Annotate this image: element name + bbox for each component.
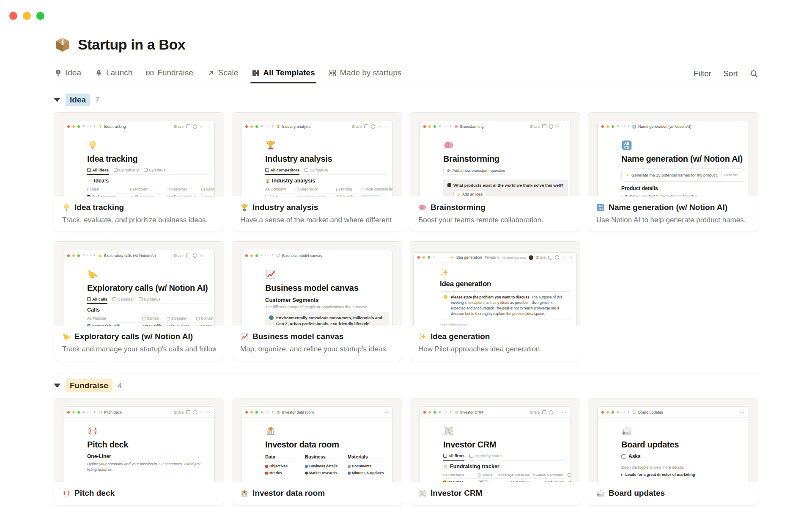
clock-icon: [193, 254, 197, 258]
lightbulb-emoji: [62, 203, 71, 212]
trophy-emoji: [276, 124, 280, 129]
card-footer: Exploratory calls (w/ Notion AI) Track a…: [54, 326, 224, 361]
comment-icon: [548, 256, 552, 260]
money-wings-emoji: [443, 464, 448, 469]
mini-browser-chrome: ≡‹ ›+ Brainstorming Share☆···: [420, 121, 571, 132]
tab-idea[interactable]: Idea: [54, 64, 82, 83]
card-business-model-canvas[interactable]: ≡‹ ›+ Business model canvas ··· Business…: [232, 241, 402, 361]
card-footer: Investor CRM: [410, 482, 580, 505]
more-icon: ···: [562, 410, 567, 414]
status-tag: Won: [478, 480, 488, 482]
template-thumbnail: ≡‹ ›+ Idea tracking Share☆··· Idea track…: [54, 113, 224, 196]
more-icon: ···: [206, 254, 211, 258]
search-icon[interactable]: [750, 69, 758, 78]
sparkles-emoji: [87, 179, 92, 183]
collapse-triangle-icon[interactable]: [54, 384, 60, 388]
card-industry-analysis[interactable]: ≡‹ ›+ Industry analysis Share☆··· Indust…: [232, 112, 402, 232]
trophy-emoji: [240, 203, 249, 212]
section-pill-idea[interactable]: Idea: [66, 94, 90, 106]
lightbulb-emoji: [457, 193, 461, 196]
more-icon: ···: [206, 410, 211, 414]
card-idea-tracking[interactable]: ≡‹ ›+ Idea tracking Share☆··· Idea track…: [54, 112, 224, 232]
more-icon: ···: [384, 410, 389, 414]
tab-scale[interactable]: Scale: [206, 64, 239, 83]
template-thumbnail: ≡‹ ›+ Industry analysis Share☆··· Indust…: [232, 113, 402, 196]
filter-button[interactable]: Filter: [694, 69, 711, 78]
card-investor-crm[interactable]: ≡‹ ›+ Investor CRM Share☆··· Investor CR…: [410, 398, 580, 505]
clock-icon: [193, 124, 197, 129]
mini-browser-chrome: ≡‹ ›+ Investor data room ···: [241, 407, 392, 418]
trophy-emoji: [265, 140, 276, 151]
comment-icon: [186, 254, 190, 257]
money-wings-emoji: [454, 410, 458, 414]
template-thumbnail: ≡‹ ›+ Pitch deck Share☆··· Pitch deck On…: [54, 398, 224, 482]
card-investor-data-room[interactable]: ≡‹ ›+ Investor data room ··· Investor da…: [232, 398, 402, 505]
section-pill-fundraise[interactable]: Fundraise: [66, 379, 112, 392]
card-board-updates[interactable]: ≡‹ ›+ Board updates ··· Board updates As…: [588, 398, 758, 505]
close-window-button[interactable]: [9, 12, 17, 20]
more-icon: ···: [740, 124, 745, 129]
zoom-window-button[interactable]: [36, 12, 44, 20]
view-actions: Filter Sort: [694, 69, 758, 78]
tab-all-templates[interactable]: All Templates: [251, 64, 315, 83]
bank-emoji: [240, 489, 249, 497]
bank-emoji: [276, 410, 280, 414]
comment-icon: [542, 124, 546, 128]
speech-bubble-icon: [621, 454, 626, 459]
lightbulb-emoji: [98, 124, 102, 129]
window-controls: [9, 12, 44, 20]
chart-up-emoji: [265, 269, 276, 280]
page-title: Startup in a Box: [54, 0, 758, 53]
template-thumbnail: ≡‹ ›+ Investor CRM Share☆··· Investor CR…: [410, 398, 580, 482]
brain-emoji: [418, 203, 427, 212]
card-footer: Brainstorming Boost your teams remote co…: [410, 196, 580, 232]
mini-browser-chrome: ≡‹ ›+ Board updates ···: [598, 407, 749, 418]
edited-label: Edited just now: [503, 256, 526, 260]
card-exploratory-calls[interactable]: ≡‹ ›+ Exploratory calls (w/ Notion AI) S…: [54, 241, 224, 361]
sparkles-emoji: [418, 332, 427, 341]
star-icon: ☆: [562, 255, 565, 260]
card-footer: Idea tracking Track, evaluate, and prior…: [54, 196, 224, 232]
app-window: Startup in a Box Idea Launch Fundraise S…: [0, 0, 812, 508]
star-icon: ☆: [200, 124, 203, 129]
star-icon: ☆: [556, 410, 559, 414]
lightbulb-icon: [54, 69, 62, 77]
comment-icon: [542, 410, 546, 414]
comment-icon: [186, 410, 190, 414]
card-footer: Investor data room: [232, 482, 402, 505]
star-icon: ☆: [200, 254, 203, 258]
minimize-window-button[interactable]: [23, 12, 31, 20]
star-icon: ☆: [378, 124, 381, 129]
money-wings-emoji: [418, 489, 427, 497]
card-brainstorming[interactable]: ≡‹ ›+ Brainstorming Share☆··· Brainstorm…: [410, 112, 580, 232]
navigation-tag: Navigation: [361, 195, 380, 196]
envelope-emoji: [596, 489, 605, 497]
section-count: 7: [95, 95, 100, 105]
card-footer: Pitch deck: [54, 482, 224, 505]
baseball-emoji: [87, 425, 98, 436]
tab-launch[interactable]: Launch: [94, 64, 133, 83]
sparkles-emoji: [625, 173, 629, 177]
card-pitch-deck[interactable]: ≡‹ ›+ Pitch deck Share☆··· Pitch deck On…: [54, 398, 224, 505]
template-grid-idea: ≡‹ ›+ Idea tracking Share☆··· Idea track…: [54, 112, 758, 361]
card-footer: Industry analysis Have a sense of the ma…: [232, 196, 402, 232]
clock-icon: [555, 255, 559, 260]
card-name-generation[interactable]: ≡‹ ›+ Name generation (w/ Notion AI) ···…: [588, 112, 758, 232]
clock-icon: [371, 124, 375, 129]
collapse-triangle-icon[interactable]: [54, 98, 60, 102]
mini-browser-chrome: ≡‹ ›+ Industry analysis Share☆···: [241, 121, 392, 132]
mini-browser-chrome: ≡‹ ›+ Pitch deck Share☆···: [63, 407, 214, 418]
mini-browser-chrome: ≡‹ ›+ Business model canvas ···: [241, 250, 392, 261]
clock-icon: [549, 410, 553, 414]
chart-up-emoji: [240, 332, 249, 341]
tab-fundraise[interactable]: Fundraise: [145, 64, 194, 83]
comment-icon: [186, 124, 190, 128]
sort-button[interactable]: Sort: [723, 69, 738, 78]
brain-emoji: [443, 140, 454, 151]
mini-browser-chrome: ≡‹ ›+ Investor CRM Share☆···: [420, 407, 571, 418]
tab-made-by-startups[interactable]: Made by startups: [328, 64, 402, 83]
card-idea-generation[interactable]: ≡←→ Idea generation Private ∨ Edited jus…: [410, 241, 580, 361]
call-me-hand-emoji: [87, 269, 98, 280]
globe-emoji: [269, 315, 274, 320]
template-thumbnail: ≡←→ Idea generation Private ∨ Edited jus…: [410, 242, 580, 326]
